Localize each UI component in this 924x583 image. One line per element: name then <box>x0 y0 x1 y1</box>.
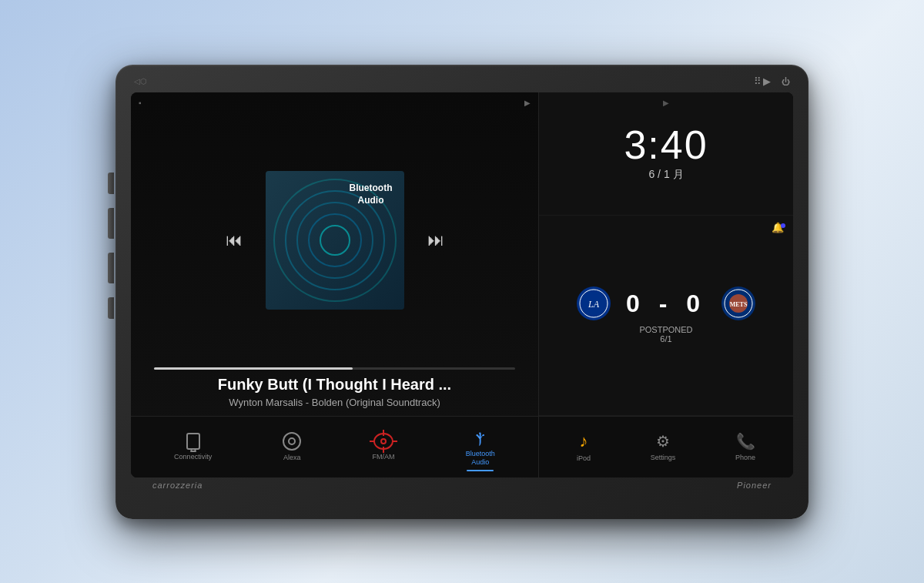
player-area: ⏮ Bluetooth Audio <box>131 114 538 367</box>
music-note-icon: ♪ <box>579 431 588 451</box>
camera-icon: ▶ <box>663 99 669 107</box>
side-btn-1[interactable] <box>108 173 114 194</box>
small-icon-left: ▪ <box>139 99 142 107</box>
main-screen: ▪ ▶ ⏮ <box>131 92 793 477</box>
song-title: Funky Butt (I Thought I Heard ... <box>146 376 523 394</box>
score-container: LA 0 - 0 METS <box>577 286 755 343</box>
back-area: ◁⬡ <box>134 77 147 85</box>
album-label-line1: Bluetooth <box>350 183 393 195</box>
dodgers-svg: LA <box>579 289 608 318</box>
album-art-label: Bluetooth Audio <box>350 183 393 206</box>
notification-dot <box>781 223 785 228</box>
music-player-panel: ▪ ▶ ⏮ <box>131 92 539 477</box>
top-right-icons: ⠿▶ ⏻ <box>754 75 790 87</box>
svg-text:METS: METS <box>730 301 748 308</box>
car-head-unit: ◁⬡ ⠿▶ ⏻ ▪ ▶ ⏮ <box>116 65 808 519</box>
nav-bluetooth-audio[interactable]: ⲯ BluetoothAudio <box>458 422 503 471</box>
song-info: Funky Butt (I Thought I Heard ... Wynton… <box>131 376 538 416</box>
clock-widget: ▶ 3:40 6 / 1 月 <box>539 92 793 216</box>
phone-icon: 📞 <box>736 432 755 451</box>
device-branding: carrozzeria Pioneer <box>129 477 795 490</box>
nav-ipod-label: iPod <box>577 454 591 463</box>
progress-section <box>131 367 538 370</box>
nav-fmam-label: FM/AM <box>373 453 395 461</box>
player-top-bar: ▪ ▶ <box>131 92 538 114</box>
brand-pioneer: Pioneer <box>737 481 772 490</box>
prev-button[interactable]: ⏮ <box>218 223 250 258</box>
side-btn-4[interactable] <box>108 297 114 319</box>
back-icon: ◁⬡ <box>134 77 147 85</box>
power-icon: ⏻ <box>782 77 790 86</box>
album-art: Bluetooth Audio <box>266 171 404 310</box>
mets-logo: METS <box>721 286 755 320</box>
dodgers-logo: LA <box>577 286 611 320</box>
next-button[interactable]: ⏭ <box>420 223 452 258</box>
gear-icon: ⚙ <box>656 432 670 451</box>
nav-fmam[interactable]: FM/AM <box>365 428 403 466</box>
svg-text:LA: LA <box>588 299 600 310</box>
progress-bar[interactable] <box>154 367 515 370</box>
nav-phone[interactable]: 📞 Phone <box>728 427 763 467</box>
score-row: LA 0 - 0 METS <box>577 286 755 320</box>
song-artist: Wynton Marsalis - Bolden (Original Sound… <box>146 397 523 408</box>
alexa-icon <box>283 432 301 451</box>
score-display: 0 - 0 <box>626 290 706 318</box>
side-buttons <box>108 173 114 319</box>
grid-dots-icon: ⠿▶ <box>754 75 772 87</box>
score-status: POSTPONED 6/1 <box>639 325 692 343</box>
bluetooth-icon: ⲯ <box>476 427 484 447</box>
nav-settings-label: Settings <box>651 454 676 462</box>
clock-time: 3:40 <box>624 125 708 165</box>
nav-connectivity[interactable]: Connectivity <box>166 428 219 466</box>
album-art-background: Bluetooth Audio <box>266 171 404 310</box>
alexa-inner-circle <box>288 437 296 445</box>
right-bottom-nav: ♪ iPod ⚙ Settings 📞 Phone <box>539 416 793 477</box>
nav-bluetooth-label: BluetoothAudio <box>466 450 495 467</box>
side-btn-3[interactable] <box>108 253 114 283</box>
nav-alexa-label: Alexa <box>283 454 301 462</box>
nav-alexa[interactable]: Alexa <box>275 427 309 467</box>
nav-phone-label: Phone <box>735 454 755 462</box>
nav-ipod[interactable]: ♪ iPod <box>569 427 598 467</box>
circle-5 <box>320 225 350 256</box>
top-bar: ◁⬡ ⠿▶ ⏻ <box>129 74 795 89</box>
album-label-line2: Audio <box>350 195 393 207</box>
progress-fill <box>154 367 353 370</box>
side-btn-2[interactable] <box>108 208 114 239</box>
mets-svg: METS <box>724 289 753 318</box>
nav-settings[interactable]: ⚙ Settings <box>643 427 684 467</box>
brand-carrozzeria: carrozzeria <box>152 481 203 490</box>
nav-connectivity-label: Connectivity <box>174 453 212 461</box>
right-panel: ▶ 3:40 6 / 1 月 🔔 LA <box>539 92 793 477</box>
score-widget: 🔔 LA 0 - 0 <box>539 216 793 416</box>
small-icon-right: ▶ <box>524 99 531 107</box>
clock-date: 6 / 1 月 <box>648 168 683 182</box>
left-bottom-nav: Connectivity Alexa <box>131 416 538 477</box>
